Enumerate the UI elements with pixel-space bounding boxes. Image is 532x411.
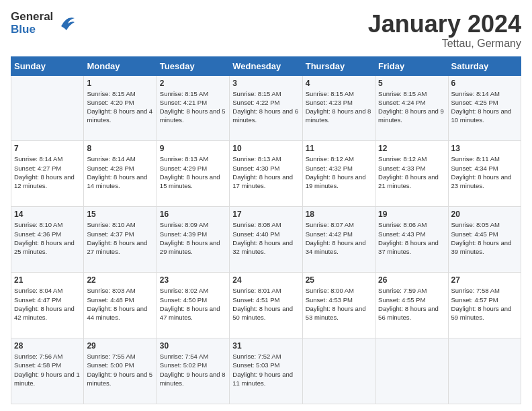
day-number: 17 <box>232 210 299 219</box>
day-number: 25 <box>306 275 372 285</box>
header-row: SundayMondayTuesdayWednesdayThursdayFrid… <box>11 56 521 75</box>
calendar-table: SundayMondayTuesdayWednesdayThursdayFrid… <box>11 56 521 404</box>
calendar-cell: 9Sunrise: 8:13 AMSunset: 4:29 PMDaylight… <box>157 141 229 207</box>
day-number: 13 <box>451 144 518 153</box>
cell-info: Sunrise: 8:08 AMSunset: 4:40 PMDaylight:… <box>232 220 299 256</box>
calendar-cell: 28Sunrise: 7:56 AMSunset: 4:58 PMDayligh… <box>11 338 84 404</box>
cell-info: Sunrise: 8:14 AMSunset: 4:28 PMDaylight:… <box>87 154 153 190</box>
cell-info: Sunrise: 7:59 AMSunset: 4:55 PMDaylight:… <box>378 286 445 322</box>
cell-info: Sunrise: 8:05 AMSunset: 4:45 PMDaylight:… <box>451 220 518 256</box>
calendar-cell <box>11 75 84 141</box>
calendar-cell <box>375 338 448 404</box>
day-number: 12 <box>378 144 445 153</box>
weekday-header: Saturday <box>448 56 521 75</box>
cell-info: Sunrise: 8:15 AMSunset: 4:24 PMDaylight:… <box>378 89 445 125</box>
day-number: 10 <box>232 144 299 153</box>
cell-info: Sunrise: 8:12 AMSunset: 4:32 PMDaylight:… <box>306 154 372 190</box>
calendar-cell: 3Sunrise: 8:15 AMSunset: 4:22 PMDaylight… <box>230 75 302 141</box>
calendar-cell: 4Sunrise: 8:15 AMSunset: 4:23 PMDaylight… <box>302 75 375 141</box>
calendar-cell: 7Sunrise: 8:14 AMSunset: 4:27 PMDaylight… <box>11 141 84 207</box>
header: General Blue January 2024 Tettau, German… <box>11 11 521 50</box>
calendar-cell: 24Sunrise: 8:01 AMSunset: 4:51 PMDayligh… <box>230 273 302 338</box>
cell-info: Sunrise: 8:14 AMSunset: 4:27 PMDaylight:… <box>14 154 81 190</box>
day-number: 23 <box>160 275 226 285</box>
location: Tettau, Germany <box>368 38 521 50</box>
cell-info: Sunrise: 8:14 AMSunset: 4:25 PMDaylight:… <box>451 89 518 125</box>
page-container: General Blue January 2024 Tettau, German… <box>0 0 532 411</box>
weekday-header: Monday <box>84 56 157 75</box>
calendar-week-row: 1Sunrise: 8:15 AMSunset: 4:20 PMDaylight… <box>11 75 521 141</box>
weekday-header: Thursday <box>302 56 375 75</box>
cell-info: Sunrise: 8:10 AMSunset: 4:37 PMDaylight:… <box>87 220 153 256</box>
month-title: January 2024 <box>368 11 521 38</box>
calendar-cell <box>302 338 375 404</box>
cell-info: Sunrise: 8:10 AMSunset: 4:36 PMDaylight:… <box>14 220 81 256</box>
calendar-cell: 17Sunrise: 8:08 AMSunset: 4:40 PMDayligh… <box>230 207 302 273</box>
day-number: 29 <box>87 341 153 351</box>
day-number: 8 <box>87 144 153 153</box>
cell-info: Sunrise: 8:15 AMSunset: 4:20 PMDaylight:… <box>87 89 153 125</box>
calendar-cell: 5Sunrise: 8:15 AMSunset: 4:24 PMDaylight… <box>375 75 448 141</box>
day-number: 9 <box>160 144 226 153</box>
calendar-cell: 8Sunrise: 8:14 AMSunset: 4:28 PMDaylight… <box>84 141 157 207</box>
weekday-header: Tuesday <box>157 56 229 75</box>
logo-blue: Blue <box>11 24 53 36</box>
cell-info: Sunrise: 8:09 AMSunset: 4:39 PMDaylight:… <box>160 220 226 256</box>
calendar-cell: 10Sunrise: 8:13 AMSunset: 4:30 PMDayligh… <box>230 141 302 207</box>
day-number: 18 <box>306 210 372 219</box>
day-number: 27 <box>451 275 518 285</box>
calendar-cell: 20Sunrise: 8:05 AMSunset: 4:45 PMDayligh… <box>448 207 521 273</box>
title-section: January 2024 Tettau, Germany <box>368 11 521 50</box>
day-number: 20 <box>451 210 518 219</box>
calendar-cell: 23Sunrise: 8:02 AMSunset: 4:50 PMDayligh… <box>157 273 229 338</box>
cell-info: Sunrise: 8:15 AMSunset: 4:23 PMDaylight:… <box>306 89 372 125</box>
day-number: 22 <box>87 275 153 285</box>
day-number: 7 <box>14 144 81 153</box>
calendar-cell: 29Sunrise: 7:55 AMSunset: 5:00 PMDayligh… <box>84 338 157 404</box>
cell-info: Sunrise: 8:13 AMSunset: 4:30 PMDaylight:… <box>232 154 299 190</box>
calendar-cell: 16Sunrise: 8:09 AMSunset: 4:39 PMDayligh… <box>157 207 229 273</box>
logo-general: General <box>11 11 53 24</box>
logo-bird-icon <box>56 13 77 34</box>
cell-info: Sunrise: 8:01 AMSunset: 4:51 PMDaylight:… <box>232 286 299 322</box>
calendar-cell: 31Sunrise: 7:52 AMSunset: 5:03 PMDayligh… <box>230 338 302 404</box>
day-number: 1 <box>87 79 153 88</box>
cell-info: Sunrise: 8:11 AMSunset: 4:34 PMDaylight:… <box>451 154 518 190</box>
day-number: 2 <box>160 79 226 88</box>
day-number: 28 <box>14 341 81 351</box>
cell-info: Sunrise: 8:00 AMSunset: 4:53 PMDaylight:… <box>306 286 372 322</box>
day-number: 14 <box>14 210 81 219</box>
day-number: 15 <box>87 210 153 219</box>
cell-info: Sunrise: 7:55 AMSunset: 5:00 PMDaylight:… <box>87 352 153 387</box>
cell-info: Sunrise: 8:07 AMSunset: 4:42 PMDaylight:… <box>306 220 372 256</box>
calendar-week-row: 14Sunrise: 8:10 AMSunset: 4:36 PMDayligh… <box>11 207 521 273</box>
calendar-cell: 25Sunrise: 8:00 AMSunset: 4:53 PMDayligh… <box>302 273 375 338</box>
calendar-cell: 1Sunrise: 8:15 AMSunset: 4:20 PMDaylight… <box>84 75 157 141</box>
day-number: 19 <box>378 210 445 219</box>
calendar-week-row: 28Sunrise: 7:56 AMSunset: 4:58 PMDayligh… <box>11 338 521 404</box>
weekday-header: Sunday <box>11 56 84 75</box>
calendar-cell <box>448 338 521 404</box>
weekday-header: Wednesday <box>230 56 302 75</box>
cell-info: Sunrise: 8:13 AMSunset: 4:29 PMDaylight:… <box>160 154 226 190</box>
calendar-cell: 26Sunrise: 7:59 AMSunset: 4:55 PMDayligh… <box>375 273 448 338</box>
cell-info: Sunrise: 8:06 AMSunset: 4:43 PMDaylight:… <box>378 220 445 256</box>
calendar-cell: 14Sunrise: 8:10 AMSunset: 4:36 PMDayligh… <box>11 207 84 273</box>
calendar-cell: 22Sunrise: 8:03 AMSunset: 4:48 PMDayligh… <box>84 273 157 338</box>
weekday-header: Friday <box>375 56 448 75</box>
day-number: 30 <box>160 341 226 351</box>
calendar-week-row: 7Sunrise: 8:14 AMSunset: 4:27 PMDaylight… <box>11 141 521 207</box>
calendar-cell: 21Sunrise: 8:04 AMSunset: 4:47 PMDayligh… <box>11 273 84 338</box>
day-number: 5 <box>378 79 445 88</box>
calendar-cell: 13Sunrise: 8:11 AMSunset: 4:34 PMDayligh… <box>448 141 521 207</box>
calendar-cell: 6Sunrise: 8:14 AMSunset: 4:25 PMDaylight… <box>448 75 521 141</box>
day-number: 16 <box>160 210 226 219</box>
day-number: 6 <box>451 79 518 88</box>
cell-info: Sunrise: 8:04 AMSunset: 4:47 PMDaylight:… <box>14 286 81 322</box>
day-number: 26 <box>378 275 445 285</box>
calendar-cell: 19Sunrise: 8:06 AMSunset: 4:43 PMDayligh… <box>375 207 448 273</box>
cell-info: Sunrise: 7:52 AMSunset: 5:03 PMDaylight:… <box>232 352 299 387</box>
day-number: 21 <box>14 275 81 285</box>
cell-info: Sunrise: 8:03 AMSunset: 4:48 PMDaylight:… <box>87 286 153 322</box>
calendar-cell: 30Sunrise: 7:54 AMSunset: 5:02 PMDayligh… <box>157 338 229 404</box>
